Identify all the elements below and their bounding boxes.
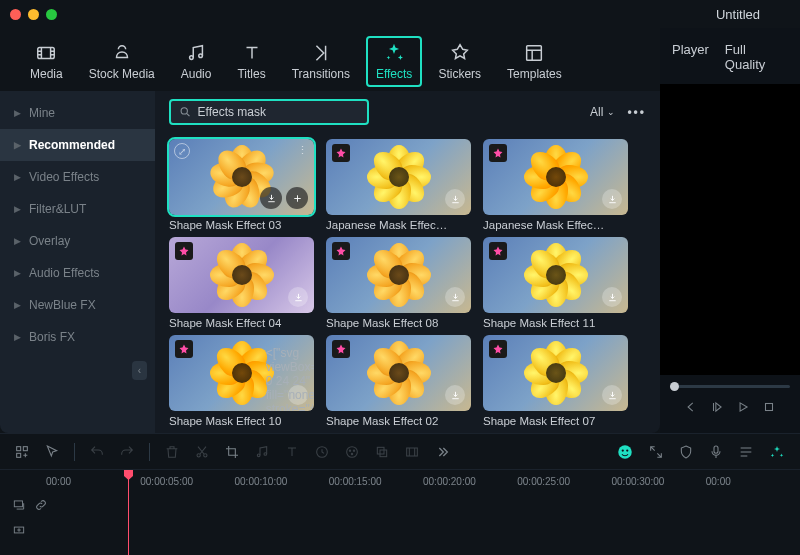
download-icon[interactable] — [260, 187, 282, 209]
shield-icon[interactable] — [678, 444, 694, 460]
sparkle-icon[interactable] — [768, 443, 786, 461]
tab-effects[interactable]: Effects — [366, 36, 422, 87]
timestamp: 00:00:15:00 — [329, 476, 423, 487]
timestamp: 00:00 — [706, 476, 800, 487]
premium-badge-icon — [489, 144, 507, 162]
effect-card[interactable]: ⤢ ⋮ Shape Mask Effect 03 — [169, 139, 314, 231]
tab-transitions[interactable]: Transitions — [282, 36, 360, 87]
add-icon[interactable] — [286, 187, 308, 209]
collapse-sidebar[interactable]: ‹ — [132, 361, 147, 380]
download-icon[interactable] — [288, 287, 308, 307]
speed-icon[interactable] — [314, 444, 330, 460]
effect-card[interactable]: Shape Mask Effect 07 — [483, 335, 628, 427]
apps-icon[interactable] — [14, 444, 30, 460]
scrub-bar[interactable] — [660, 381, 800, 392]
effect-card[interactable]: Shape Mask Effect 02 — [326, 335, 471, 427]
undo-icon[interactable] — [89, 444, 105, 460]
sidebar-item-recommended[interactable]: ▶Recommended — [0, 129, 155, 161]
tab-audio[interactable]: Audio — [171, 36, 222, 87]
sidebar-item-filter-lut[interactable]: ▶Filter&LUT — [0, 193, 155, 225]
sidebar-item-video-effects[interactable]: ▶Video Effects — [0, 161, 155, 193]
expand-icon[interactable] — [648, 444, 664, 460]
effect-thumbnail[interactable]: ⤢ ⋮ — [169, 139, 314, 215]
download-icon[interactable] — [602, 189, 622, 209]
player-tab[interactable]: Player — [672, 42, 709, 72]
effect-label: Shape Mask Effect 11 — [483, 317, 628, 329]
chevron-down-icon: ⌄ — [607, 107, 615, 117]
tab-stock-media[interactable]: Stock Media — [79, 36, 165, 87]
download-icon[interactable] — [445, 385, 465, 405]
effect-thumbnail[interactable] — [483, 335, 628, 411]
microphone-icon[interactable] — [708, 444, 724, 460]
search-box[interactable] — [169, 99, 369, 125]
music-note-icon[interactable] — [254, 444, 270, 460]
sidebar-item-audio-effects[interactable]: ▶Audio Effects — [0, 257, 155, 289]
quality-tab[interactable]: Full Quality — [725, 42, 788, 72]
color-icon[interactable] — [344, 444, 360, 460]
effect-thumbnail[interactable]: <["svg viewBox="0 0 24 24" fill="none" s… — [169, 335, 314, 411]
filter-dropdown[interactable]: All⌄ — [590, 105, 615, 119]
play-icon[interactable] — [736, 400, 750, 417]
effect-card[interactable]: Shape Mask Effect 04 — [169, 237, 314, 329]
effect-thumbnail[interactable] — [326, 335, 471, 411]
close-window[interactable] — [10, 9, 21, 20]
sidebar-item-mine[interactable]: ▶Mine — [0, 97, 155, 129]
effect-thumbnail[interactable] — [169, 237, 314, 313]
add-track-icon[interactable] — [12, 523, 26, 540]
download-icon[interactable] — [602, 287, 622, 307]
prev-frame-icon[interactable] — [684, 400, 698, 417]
premium-badge-icon — [332, 340, 350, 358]
list-icon[interactable] — [738, 444, 754, 460]
download-icon[interactable] — [445, 287, 465, 307]
tab-media[interactable]: Media — [20, 36, 73, 87]
delete-icon[interactable] — [164, 444, 180, 460]
effect-thumbnail[interactable] — [326, 237, 471, 313]
effect-thumbnail[interactable] — [326, 139, 471, 215]
pointer-icon[interactable] — [44, 444, 60, 460]
stop-icon[interactable] — [762, 400, 776, 417]
chevron-right-icon: ▶ — [14, 108, 21, 118]
search-input[interactable] — [198, 105, 359, 119]
card-menu-icon[interactable]: ⋮ — [297, 144, 308, 157]
tab-titles[interactable]: Titles — [227, 36, 275, 87]
tab-templates[interactable]: Templates — [497, 36, 572, 87]
crop-icon[interactable] — [224, 444, 240, 460]
more-tools-icon[interactable] — [434, 444, 450, 460]
play-forward-icon[interactable] — [710, 400, 724, 417]
aspect-icon[interactable] — [404, 444, 420, 460]
effect-card[interactable]: Shape Mask Effect 11 — [483, 237, 628, 329]
text-icon[interactable] — [284, 444, 300, 460]
effect-card[interactable]: Shape Mask Effect 08 — [326, 237, 471, 329]
more-options[interactable]: ••• — [627, 105, 646, 119]
remove-icon[interactable]: ⤢ — [174, 143, 190, 159]
download-icon[interactable] — [602, 385, 622, 405]
effect-thumbnail[interactable] — [483, 237, 628, 313]
redo-icon[interactable] — [119, 444, 135, 460]
search-icon — [179, 105, 192, 119]
effect-thumbnail[interactable] — [483, 139, 628, 215]
effect-label: Japanese Mask Effec… — [483, 219, 628, 231]
download-icon[interactable] — [445, 189, 465, 209]
timestamp: 00:00:20:00 — [423, 476, 517, 487]
playhead[interactable] — [128, 470, 129, 555]
chevron-right-icon: ▶ — [14, 140, 21, 150]
sidebar-item-newblue-fx[interactable]: ▶NewBlue FX — [0, 289, 155, 321]
preview-panel: Player Full Quality — [660, 28, 800, 433]
tab-stickers[interactable]: Stickers — [428, 36, 491, 87]
effect-card[interactable]: Japanese Mask Effec… — [483, 139, 628, 231]
layers-icon[interactable] — [374, 444, 390, 460]
link-icon[interactable] — [34, 498, 48, 515]
time-ruler[interactable]: 00:00 00:00:05:00 00:00:10:00 00:00:15:0… — [0, 470, 800, 492]
track-layers-icon[interactable] — [12, 498, 26, 515]
download-icon[interactable]: <["svg viewBox="0 0 24 24" fill="none" s… — [288, 385, 308, 405]
minimize-window[interactable] — [28, 9, 39, 20]
ai-assistant-icon[interactable] — [616, 443, 634, 461]
sidebar-item-boris-fx[interactable]: ▶Boris FX — [0, 321, 155, 353]
effect-card[interactable]: <["svg viewBox="0 0 24 24" fill="none" s… — [169, 335, 314, 427]
library-tabs: Media Stock Media Audio Titles Transitio… — [0, 28, 660, 91]
effect-card[interactable]: Japanese Mask Effec… — [326, 139, 471, 231]
maximize-window[interactable] — [46, 9, 57, 20]
cut-icon[interactable] — [194, 444, 210, 460]
chevron-right-icon: ▶ — [14, 172, 21, 182]
sidebar-item-overlay[interactable]: ▶Overlay — [0, 225, 155, 257]
